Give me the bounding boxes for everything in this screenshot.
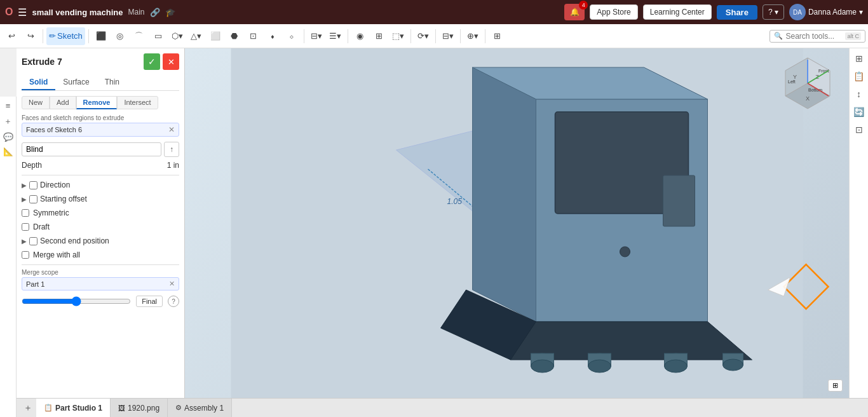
toolbar-btn-7[interactable]: ⬜ [207, 27, 224, 45]
rp-icon-2[interactable]: 📋 [851, 69, 867, 84]
starting-offset-checkbox[interactable] [29, 195, 37, 203]
tab-assembly[interactable]: ⚙ Assembly 1 [168, 399, 232, 418]
help-circle-icon[interactable]: ? [168, 296, 179, 307]
3d-viewport[interactable]: 1.05 [185, 48, 849, 398]
toolbar-btn-9[interactable]: ⊡ [245, 27, 262, 45]
user-area[interactable]: DA Danna Adame ▾ [789, 4, 863, 20]
starting-offset-row[interactable]: ▶ Starting offset [22, 193, 179, 205]
tab-image-label: 1920.png [128, 404, 159, 413]
rp-icon-5[interactable]: ⊡ [853, 122, 865, 137]
second-end-checkbox[interactable] [29, 237, 37, 245]
subtab-intersect[interactable]: Intersect [117, 96, 158, 109]
merge-scope-value: Part 1 [26, 280, 44, 288]
cancel-button[interactable]: ✕ [163, 53, 179, 70]
comment-icon[interactable]: 💬 [1, 130, 15, 144]
fit-view-button[interactable]: ⊞ [828, 379, 843, 392]
undo-button[interactable]: ↩ [3, 27, 20, 45]
toolbar-btn-12[interactable]: ⊟▾ [308, 27, 325, 45]
toolbar-btn-11[interactable]: ⬦ [283, 27, 301, 45]
toolbar-btn-6[interactable]: △▾ [187, 27, 205, 45]
toolbar-btn-1[interactable]: ⬛ [92, 27, 110, 45]
flip-direction-button[interactable]: ↑ [164, 142, 179, 157]
toolbar-btn-10[interactable]: ⬧ [264, 27, 281, 45]
grad-icon[interactable]: 🎓 [165, 8, 175, 17]
symmetric-checkbox[interactable] [22, 209, 29, 217]
tab-surface[interactable]: Surface [55, 75, 97, 90]
left-vertical-toolbar: ≡ ＋ 💬 📐 [0, 97, 17, 417]
direction-expand-icon: ▶ [22, 182, 27, 189]
link-icon[interactable]: 🔗 [150, 8, 160, 17]
logo: O [5, 6, 13, 18]
assembly-icon: ⚙ [175, 404, 182, 412]
part-studio-icon: 📋 [44, 404, 53, 412]
draft-label: Draft [33, 222, 50, 231]
final-button[interactable]: Final [136, 296, 163, 307]
toolbar-btn-15[interactable]: ⊞ [370, 27, 388, 45]
notification-button[interactable]: 🔔 4 [564, 4, 585, 20]
toolbar-btn-20[interactable]: ⊞ [489, 27, 506, 45]
tab-solid[interactable]: Solid [22, 75, 55, 90]
toolbar-btn-13[interactable]: ☰▾ [327, 27, 344, 45]
confirm-button[interactable]: ✓ [144, 53, 160, 70]
toolbar-btn-17[interactable]: ⟳▾ [414, 27, 432, 45]
remove-faces-icon[interactable]: ✕ [168, 125, 175, 134]
direction-label: Direction [40, 181, 70, 189]
share-button[interactable]: Share [717, 5, 757, 20]
tab-image[interactable]: 🖼 1920.png [111, 399, 168, 418]
tab-thin[interactable]: Thin [97, 75, 127, 90]
operation-subtabs: New Add Remove Intersect [22, 96, 179, 109]
help-button[interactable]: ? ▾ [763, 4, 784, 20]
toolbar-btn-3[interactable]: ⌒ [130, 27, 148, 45]
sketch-button[interactable]: ✏ Sketch [46, 27, 85, 45]
rp-icon-1[interactable]: ⊞ [853, 51, 865, 66]
second-end-row[interactable]: ▶ Second end position [22, 235, 179, 247]
learning-center-button[interactable]: Learning Center [643, 4, 712, 20]
rp-icon-4[interactable]: 🔄 [851, 104, 867, 120]
search-icon: 🔍 [774, 32, 783, 40]
merge-scope-field: Part 1 ✕ [22, 277, 179, 291]
toolbar-btn-18[interactable]: ⊟▾ [439, 27, 457, 45]
feature-tree-icon[interactable]: ≡ [4, 99, 13, 113]
svg-text:X: X [806, 95, 810, 102]
tab-part-studio-label: Part Studio 1 [55, 404, 102, 413]
subtab-new[interactable]: New [22, 96, 50, 109]
nav-cube[interactable]: Z Y X Front Left Bottom [779, 55, 836, 112]
toolbar-btn-14[interactable]: ◉ [351, 27, 369, 45]
tab-part-studio[interactable]: 📋 Part Studio 1 [36, 399, 111, 418]
svg-point-16 [531, 360, 554, 373]
appstore-button[interactable]: App Store [590, 4, 637, 20]
nav-cube-svg: Z Y X Front Left Bottom [779, 55, 836, 112]
sep8 [485, 29, 485, 43]
toolbar-btn-16[interactable]: ⬚▾ [390, 27, 407, 45]
second-end-expand-icon: ▶ [22, 238, 27, 245]
add-part-icon[interactable]: ＋ [2, 114, 14, 129]
toolbar-btn-8[interactable]: ⬣ [226, 27, 243, 45]
toolbar-btn-4[interactable]: ▭ [149, 27, 167, 45]
separator2 [88, 29, 89, 43]
doc-title: small vending machine [32, 8, 123, 17]
opacity-slider[interactable] [22, 296, 131, 306]
subtab-add[interactable]: Add [50, 96, 76, 109]
depth-label: Depth [22, 161, 42, 170]
subtab-remove[interactable]: Remove [76, 96, 118, 109]
user-name: Danna Adame [808, 8, 857, 17]
draft-checkbox[interactable] [22, 223, 29, 231]
add-tab-icon[interactable]: ＋ [20, 402, 36, 414]
sep5 [410, 29, 411, 43]
remove-scope-icon[interactable]: ✕ [169, 280, 175, 288]
toolbar-btn-2[interactable]: ◎ [111, 27, 129, 45]
type-tabs: Solid Surface Thin [22, 75, 179, 91]
direction-row[interactable]: ▶ Direction [22, 179, 179, 191]
merge-all-checkbox[interactable] [22, 251, 29, 259]
redo-button[interactable]: ↪ [22, 27, 39, 45]
search-input[interactable] [785, 32, 843, 41]
toolbar-btn-19[interactable]: ⊕▾ [464, 27, 482, 45]
svg-marker-6 [473, 67, 536, 322]
hamburger-icon[interactable]: ☰ [18, 6, 27, 18]
direction-checkbox[interactable] [29, 181, 37, 189]
rp-icon-3[interactable]: ↕ [854, 86, 864, 102]
blind-dropdown[interactable]: Blind Through All Up to Face Up to Part [22, 142, 161, 156]
toolbar-btn-5[interactable]: ⬡▾ [168, 27, 186, 45]
svg-rect-8 [663, 175, 695, 226]
measure-icon[interactable]: 📐 [1, 145, 15, 158]
